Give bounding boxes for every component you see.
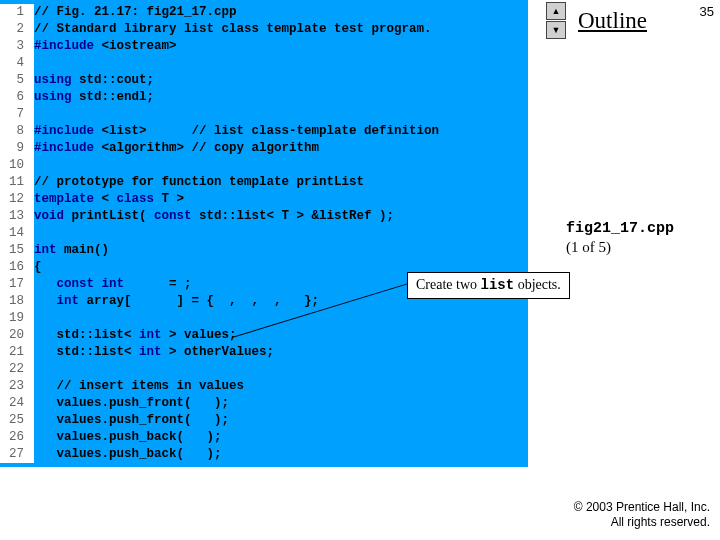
lineno: 18 [0,293,34,310]
lineno: 16 [0,259,34,276]
lineno: 17 [0,276,34,293]
lineno: 15 [0,242,34,259]
code-line: int array[ ] = { , , , }; [34,293,319,310]
code-line: void printList( const std::list< T > &li… [34,208,394,225]
code-line: #include <algorithm> // copy algorithm [34,140,319,157]
code-line: std::list< int > values; [34,327,237,344]
lineno: 14 [0,225,34,242]
lineno: 19 [0,310,34,327]
lineno: 22 [0,361,34,378]
code-line: values.push_front( ); [34,412,229,429]
lineno: 2 [0,21,34,38]
code-line: { [34,259,42,276]
triangle-up-icon: ▲ [552,7,561,16]
lineno: 8 [0,123,34,140]
lineno: 4 [0,55,34,72]
code-line: // prototype for function template print… [34,174,364,191]
lineno: 9 [0,140,34,157]
code-line: // Fig. 21.17: fig21_17.cpp [34,4,237,21]
lineno: 27 [0,446,34,463]
code-line: int main() [34,242,109,259]
lineno: 1 [0,4,34,21]
file-label: fig21_17.cpp (1 of 5) [566,218,674,257]
lineno: 25 [0,412,34,429]
lineno: 24 [0,395,34,412]
page-number: 35 [700,4,714,19]
code-block: 1// Fig. 21.17: fig21_17.cpp 2// Standar… [0,0,528,467]
lineno: 21 [0,344,34,361]
lineno: 11 [0,174,34,191]
scroll-up-button[interactable]: ▲ [546,2,566,20]
lineno: 26 [0,429,34,446]
lineno: 13 [0,208,34,225]
code-line: values.push_back( ); [34,429,222,446]
code-line: using std::cout; [34,72,154,89]
code-line: using std::endl; [34,89,154,106]
right-column: ▲ ▼ Outline 35 fig21_17.cpp (1 of 5) [542,2,714,39]
code-line: // insert items in values [34,378,244,395]
lineno: 10 [0,157,34,174]
copyright-footer: © 2003 Prentice Hall, Inc. All rights re… [574,500,710,530]
code-line: const int = ; [34,276,192,293]
lineno: 5 [0,72,34,89]
triangle-down-icon: ▼ [552,26,561,35]
lineno: 7 [0,106,34,123]
code-line: template < class T > [34,191,184,208]
lineno: 20 [0,327,34,344]
lineno: 3 [0,38,34,55]
code-line: values.push_front( ); [34,395,229,412]
callout-box: Create two list objects. [407,272,570,299]
code-line: values.push_back( ); [34,446,222,463]
code-line: // Standard library list class template … [34,21,432,38]
code-line: #include <list> // list class-template d… [34,123,439,140]
scroll-down-button[interactable]: ▼ [546,21,566,39]
outline-heading: Outline [578,8,647,34]
lineno: 12 [0,191,34,208]
lineno: 6 [0,89,34,106]
code-line: std::list< int > otherValues; [34,344,274,361]
lineno: 23 [0,378,34,395]
code-line: #include <iostream> [34,38,177,55]
